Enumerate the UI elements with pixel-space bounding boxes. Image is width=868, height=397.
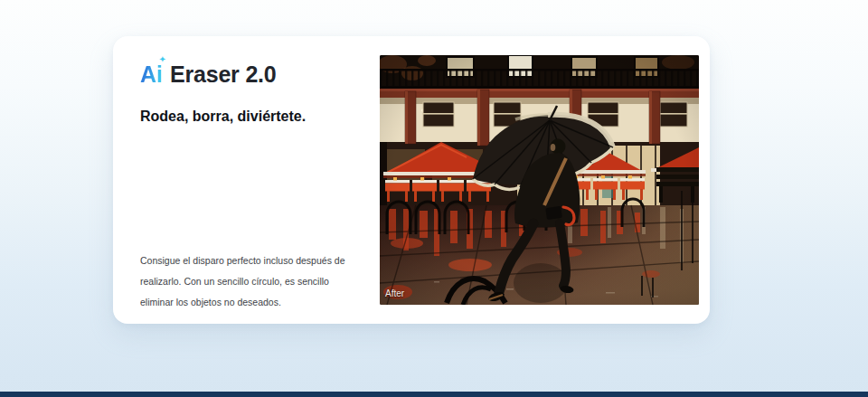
description-line: realizarlo. Con un sencillo círculo, es … (140, 271, 344, 292)
sparkle-icon: ✦ (159, 54, 166, 64)
feature-description: Consigue el disparo perfecto incluso des… (140, 250, 344, 313)
after-photo: After (380, 55, 699, 305)
description-line: Consigue el disparo perfecto incluso des… (140, 250, 344, 271)
after-photo-illustration (380, 55, 699, 305)
brand-text: Ai (140, 61, 163, 87)
tagline: Rodea, borra, diviértete. (140, 109, 306, 125)
description-line: eliminar los objetos no deseados. (140, 292, 344, 313)
after-badge: After (385, 288, 404, 298)
brand-logo: Ai ✦ (140, 61, 163, 88)
page-title: Ai ✦ Eraser 2.0 (140, 61, 277, 94)
feature-card: Ai ✦ Eraser 2.0 Rodea, borra, diviértete… (113, 36, 710, 324)
bottom-accent-bar (0, 392, 868, 397)
product-title: Eraser 2.0 (170, 61, 277, 88)
